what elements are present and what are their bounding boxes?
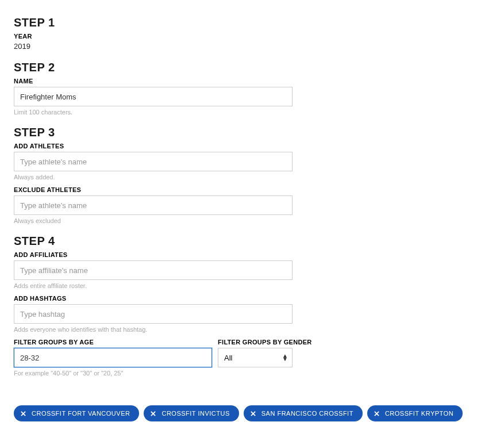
close-icon[interactable]: [151, 411, 156, 416]
filter-age-helper: For example "40-50" or "30" or "20, 25": [14, 370, 212, 377]
add-affiliates-input[interactable]: [14, 260, 293, 280]
chip-label: CROSSFIT FORT VANCOUVER: [32, 410, 130, 417]
filter-gender-label: FILTER GROUPS BY GENDER: [218, 339, 312, 346]
filter-age-label: FILTER GROUPS BY AGE: [14, 339, 212, 346]
filter-gender-select[interactable]: All: [218, 348, 293, 367]
close-icon[interactable]: [251, 411, 256, 416]
step3-heading: STEP 3: [14, 126, 490, 139]
year-label: YEAR: [14, 33, 490, 40]
step4-heading: STEP 4: [14, 235, 490, 248]
chip-label: CROSSFIT KRYPTON: [385, 410, 453, 417]
exclude-athletes-helper: Always excluded: [14, 217, 490, 224]
add-athletes-helper: Always added.: [14, 174, 490, 181]
chips-area: CROSSFIT FORT VANCOUVERCROSSFIT INVICTUS…: [14, 405, 490, 422]
filter-chip: CROSSFIT FORT VANCOUVER: [14, 405, 139, 421]
add-hashtags-helper: Adds everyone who identifies with that h…: [14, 326, 490, 333]
name-label: NAME: [14, 78, 490, 85]
chip-label: CROSSFIT INVICTUS: [161, 410, 229, 417]
exclude-athletes-label: EXCLUDE ATHLETES: [14, 186, 490, 193]
name-input[interactable]: [14, 87, 293, 106]
exclude-athletes-input[interactable]: [14, 195, 293, 215]
step2-heading: STEP 2: [14, 61, 490, 74]
step1-heading: STEP 1: [14, 16, 490, 29]
filter-chip: SAN FRANCISCO CROSSFIT: [244, 405, 363, 421]
add-affiliates-label: ADD AFFILIATES: [14, 251, 490, 258]
filter-age-input[interactable]: [14, 348, 212, 367]
close-icon[interactable]: [374, 411, 379, 416]
chip-label: SAN FRANCISCO CROSSFIT: [261, 410, 353, 417]
close-icon[interactable]: [21, 411, 26, 416]
year-value: 2019: [14, 42, 490, 51]
filter-chip: CROSSFIT KRYPTON: [367, 405, 463, 421]
add-affiliates-helper: Adds entire affiliate roster.: [14, 282, 490, 289]
filter-chip: CROSSFIT INVICTUS: [144, 405, 238, 421]
add-hashtags-label: ADD HASHTAGS: [14, 295, 490, 302]
name-helper: Limit 100 characters.: [14, 109, 490, 116]
add-hashtags-input[interactable]: [14, 304, 293, 324]
add-athletes-label: ADD ATHLETES: [14, 143, 490, 149]
add-athletes-input[interactable]: [14, 152, 293, 171]
